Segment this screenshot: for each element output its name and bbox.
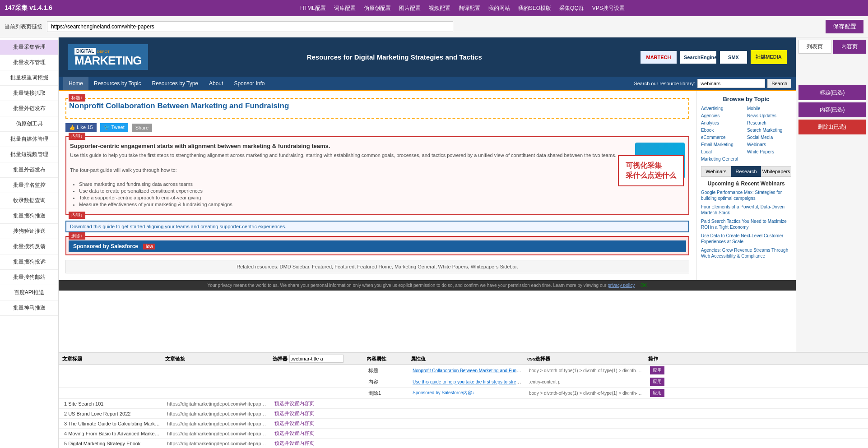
upcoming-item-1[interactable]: Google Performance Max: Strategies for b… bbox=[701, 189, 791, 201]
header-attr-value: 属性值 bbox=[411, 356, 524, 362]
content-badge-top: 内容↓ bbox=[69, 133, 85, 140]
topic-local[interactable]: Local bbox=[701, 149, 745, 154]
upcoming-title: Upcoming & Recent Webinars bbox=[701, 180, 791, 187]
topic-search-marketing[interactable]: Search Marketing bbox=[747, 128, 791, 133]
media-logo: 社媒MEDIA bbox=[751, 50, 787, 64]
sidebar-item-index[interactable]: 收录数据查询 bbox=[0, 193, 58, 208]
attr-css-title: body > div:nth-of-type(1) > div:nth-of-t… bbox=[527, 368, 645, 373]
wp-nav-resources-type[interactable]: Resources by Type bbox=[147, 77, 204, 90]
webpage-content: DIGITAL DEPOT MARKETING Resources for Di… bbox=[59, 37, 796, 352]
sidebar-item-link-grab[interactable]: 批量链接抓取 bbox=[0, 86, 58, 101]
topic-webinars[interactable]: Webinars bbox=[747, 142, 791, 147]
list-item-1: Share marketing and fundraising data acr… bbox=[79, 181, 685, 187]
sidebar-item-sogou-complaint[interactable]: 批量搜狗投诉 bbox=[0, 254, 58, 270]
share-button[interactable]: Share bbox=[132, 124, 152, 132]
sidebar-item-shenma[interactable]: 批量神马推送 bbox=[0, 300, 58, 316]
selector-input[interactable] bbox=[289, 355, 343, 363]
upcoming-item-4[interactable]: Use Data to Create Next-Level Customer E… bbox=[701, 233, 791, 245]
upcoming-item-3[interactable]: Paid Search Tactics You Need to Maximize… bbox=[701, 218, 791, 230]
list-item-3: Take a supporter-centric approach to end… bbox=[79, 195, 685, 200]
topic-research[interactable]: Research bbox=[747, 120, 791, 125]
sidebar-item-collect[interactable]: 批量采集管理 bbox=[0, 40, 58, 55]
wp-nav-home[interactable]: Home bbox=[63, 77, 88, 90]
sidebar-item-sogou-mail[interactable]: 批量搜狗邮站 bbox=[0, 270, 58, 285]
wp-nav-about[interactable]: About bbox=[204, 77, 228, 90]
tab-webinars[interactable]: Webinars bbox=[701, 166, 731, 177]
row2-preset: 预选并设置内容页 bbox=[273, 410, 363, 417]
related-resources: Related resources: DMD Sidebar, Featured… bbox=[65, 260, 689, 273]
attr-op-content: 应用 bbox=[648, 378, 675, 386]
url-input[interactable] bbox=[47, 21, 453, 32]
nav-my-site[interactable]: 我的网站 bbox=[488, 5, 510, 12]
apply-delete-button[interactable]: 应用 bbox=[650, 389, 664, 397]
wp-nav-sponsor[interactable]: Sponsor Info bbox=[228, 77, 270, 90]
url-label: 当前列表页链接 bbox=[5, 23, 42, 31]
topic-ecommerce[interactable]: eCommerce bbox=[701, 135, 745, 140]
nav-vps-settings[interactable]: VPS搜号设置 bbox=[592, 5, 625, 12]
del-badge: 删除↓ bbox=[69, 232, 85, 240]
sidebar-item-keyword[interactable]: 批量权重词挖掘 bbox=[0, 70, 58, 86]
save-config-button[interactable]: 保存配置 bbox=[826, 20, 863, 33]
nav-trans-config[interactable]: 翻译配置 bbox=[459, 5, 480, 12]
list-page-button[interactable]: 列表页 bbox=[798, 40, 831, 54]
topic-agencies[interactable]: Agencies bbox=[701, 113, 745, 118]
nav-html-config[interactable]: HTML配置 bbox=[300, 5, 326, 12]
upcoming-item-2[interactable]: Four Elements of a Powerful, Data-Driven… bbox=[701, 204, 791, 216]
topic-news[interactable]: News Updates bbox=[747, 113, 791, 118]
sidebar-item-outlink2[interactable]: 批量外链发布 bbox=[0, 162, 58, 178]
nav-seo-template[interactable]: 我的SEO模版 bbox=[518, 5, 551, 12]
sidebar-item-sogou-feedback[interactable]: 批量搜狗反馈 bbox=[0, 239, 58, 254]
webpage-nav: Home Resources by Topic Resources by Typ… bbox=[59, 77, 796, 91]
nav-pseudo-config[interactable]: 伪原创配置 bbox=[364, 5, 391, 12]
tab-research[interactable]: Research bbox=[731, 166, 761, 177]
article-subtitle: Supporter-centric engagement starts with… bbox=[70, 143, 631, 149]
topic-marketing-general[interactable]: Marketing General bbox=[701, 157, 745, 162]
topic-white-papers[interactable]: White Papers bbox=[747, 149, 791, 154]
row3-link: https://digitalmarketingdepot.com/whitep… bbox=[165, 421, 269, 426]
tw-tweet-button[interactable]: 🐦 Tweet bbox=[100, 123, 128, 132]
nav-img-config[interactable]: 图片配置 bbox=[399, 5, 421, 12]
nav-video-config[interactable]: 视频配置 bbox=[429, 5, 450, 12]
privacy-ok[interactable]: OK bbox=[641, 283, 647, 288]
apply-title-button[interactable]: 应用 bbox=[650, 366, 664, 374]
row1-title: 1 Site Search 101 bbox=[62, 401, 162, 406]
sidebar-item-publish[interactable]: 批量发布管理 bbox=[0, 55, 58, 70]
privacy-link[interactable]: privacy policy bbox=[608, 283, 635, 288]
tab-whitepapers[interactable]: Whitepapers bbox=[761, 166, 791, 177]
apply-content-button[interactable]: 应用 bbox=[650, 378, 664, 386]
sidebar-item-baidu-api[interactable]: 百度API推送 bbox=[0, 285, 58, 300]
delete-selected-button[interactable]: 删除1(已选) bbox=[798, 120, 866, 134]
sidebar-item-sogou-verify[interactable]: 搜狗验证推送 bbox=[0, 224, 58, 239]
topic-advertising[interactable]: Advertising bbox=[701, 106, 745, 111]
search-input[interactable] bbox=[697, 79, 765, 88]
sidebar-item-sogou-push[interactable]: 批量搜狗推送 bbox=[0, 208, 58, 224]
title-selected-button[interactable]: 标题(已选) bbox=[798, 85, 866, 100]
attr-row-content: 内容 Use this guide to help you take the f… bbox=[59, 376, 868, 388]
sidebar-item-short-video[interactable]: 批量短视频管理 bbox=[0, 147, 58, 162]
header-attr: 内容属性 bbox=[367, 356, 407, 362]
sidebar-item-media[interactable]: 批量自媒体管理 bbox=[0, 132, 58, 147]
nav-word-config[interactable]: 词库配置 bbox=[334, 5, 356, 12]
article-text-area: Supporter-centric engagement starts with… bbox=[70, 143, 631, 179]
content-selected-button[interactable]: 内容(已选) bbox=[798, 102, 866, 117]
topic-social-media[interactable]: Social Media bbox=[747, 135, 791, 140]
search-button[interactable]: Search bbox=[767, 79, 791, 88]
sidebar-item-pseudo[interactable]: 伪原创工具 bbox=[0, 116, 58, 132]
content-page-button[interactable]: 内容页 bbox=[833, 40, 866, 54]
fb-like-button[interactable]: 👍 Like 15 bbox=[65, 123, 97, 132]
sidebar-item-rank[interactable]: 批量排名监控 bbox=[0, 178, 58, 193]
topic-analytics[interactable]: Analytics bbox=[701, 120, 745, 125]
topic-ebook[interactable]: Ebook bbox=[701, 128, 745, 133]
url-bar: 当前列表页链接 保存配置 bbox=[0, 16, 868, 37]
page-type-buttons: 列表页 内容页 bbox=[798, 40, 866, 54]
wp-nav-resources-topic[interactable]: Resources by Topic bbox=[88, 77, 147, 90]
nav-qq-group[interactable]: 采集QQ群 bbox=[559, 5, 584, 12]
upcoming-item-5[interactable]: Agencies: Grow Revenue Streams Through W… bbox=[701, 247, 791, 259]
table-row-2: 2 US Brand Love Report 2022 https://digi… bbox=[59, 409, 868, 419]
topic-mobile[interactable]: Mobile bbox=[747, 106, 791, 111]
table-row-4: 4 Moving From Basic to Advanced Marketin… bbox=[59, 429, 868, 439]
browse-title: Browse by Topic bbox=[701, 96, 791, 102]
topic-email-marketing[interactable]: Email Marketing bbox=[701, 142, 745, 147]
article-area: 标题↓ Nonprofit Collaboration Between Mark… bbox=[59, 91, 696, 280]
sidebar-item-outlink[interactable]: 批量外链发布 bbox=[0, 101, 58, 116]
